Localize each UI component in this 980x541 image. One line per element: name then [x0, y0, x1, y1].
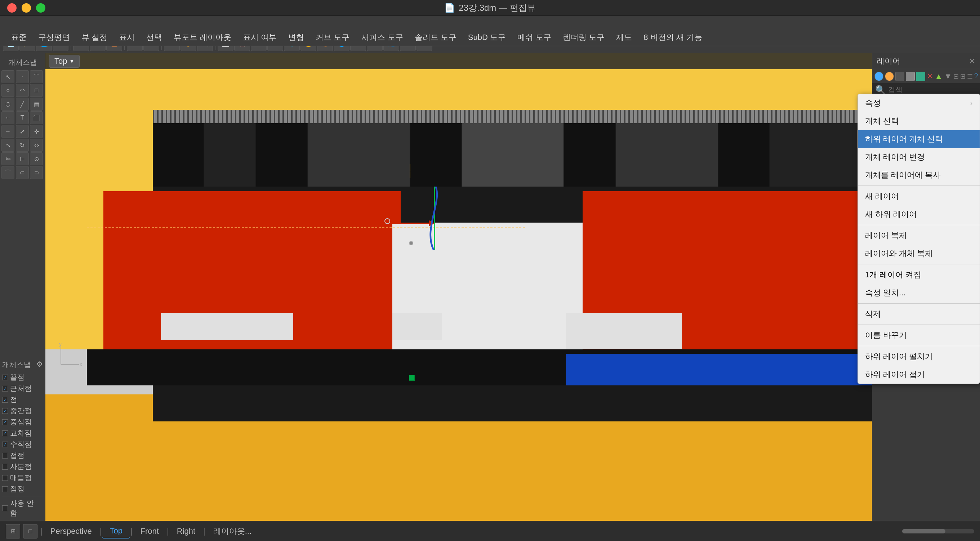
snap-item-tan[interactable]: 접점: [2, 450, 43, 461]
tool-select[interactable]: ↖: [2, 70, 14, 83]
grid-view-icon[interactable]: ⊞: [960, 72, 966, 80]
ctx-item-expand_sublayers[interactable]: 하위 레이어 펼치기: [858, 348, 980, 366]
ctx-item-match_props[interactable]: 속성 일치...: [858, 284, 980, 302]
snap-check-perp[interactable]: [2, 442, 8, 447]
snap-item-knot[interactable]: 매듭점: [2, 472, 43, 484]
tool-offset[interactable]: ⊙: [30, 152, 43, 165]
snap-check-intersect[interactable]: [2, 430, 8, 436]
tool-scale[interactable]: ⤡: [2, 138, 14, 152]
menu-item-표시-여부[interactable]: 표시 여부: [238, 30, 282, 44]
menu-item-서피스-도구[interactable]: 서피스 도구: [356, 30, 408, 44]
menu-item-렌더링-도구[interactable]: 렌더링 도구: [558, 30, 609, 44]
view-selector[interactable]: Top ▼: [49, 55, 80, 68]
menu-item-뷰-설정[interactable]: 뷰 설정: [76, 30, 112, 44]
tool-extend[interactable]: ⊢: [16, 152, 29, 165]
ctx-item-new_sublayer[interactable]: 새 하위 레이어: [858, 205, 980, 223]
snap-check-quad[interactable]: [2, 464, 8, 470]
color-square-green[interactable]: [916, 72, 925, 81]
ctx-item-delete[interactable]: 삭제: [858, 305, 980, 323]
snap-check-point[interactable]: [2, 397, 8, 403]
ctx-item-copy_layer_objects[interactable]: 레이어와 개체 복제: [858, 245, 980, 263]
tool-rotate[interactable]: ↻: [16, 138, 29, 152]
tool-arr2[interactable]: ⤢: [16, 125, 29, 138]
tool-poly[interactable]: ⬡: [2, 98, 14, 111]
list-view-icon[interactable]: ☰: [967, 72, 973, 80]
tool-move[interactable]: ✛: [30, 125, 43, 138]
tool-rect[interactable]: □: [30, 84, 43, 97]
ctx-item-copy_to_layer[interactable]: 개체를 레이어에 복사: [858, 166, 980, 184]
color-square-light[interactable]: [906, 72, 915, 81]
tool-fillet[interactable]: ⌒: [2, 166, 14, 179]
snap-check-nearpoint[interactable]: [2, 386, 8, 391]
snap-item-nearpoint[interactable]: 근처점: [2, 383, 43, 394]
menu-item-표준[interactable]: 표준: [6, 30, 32, 44]
viewport-single[interactable]: □: [23, 524, 37, 538]
menu-item-커브-도구[interactable]: 커브 도구: [310, 30, 355, 44]
snap-item-midpoint[interactable]: 중간점: [2, 405, 43, 416]
color-circle-blue[interactable]: [875, 72, 883, 81]
tool-line[interactable]: ╱: [16, 98, 29, 111]
down-icon[interactable]: ▼: [944, 72, 952, 81]
ctx-item-one_layer_on[interactable]: 1개 레이어 켜짐: [858, 266, 980, 284]
menu-item-표시[interactable]: 표시: [114, 30, 140, 44]
tool-mirror[interactable]: ⇔: [30, 138, 43, 152]
tool-arr1[interactable]: →: [2, 125, 14, 138]
snap-disable[interactable]: 사용 안 함: [2, 498, 43, 519]
ctx-item-copy_layer[interactable]: 레이어 복제: [858, 226, 980, 245]
menu-item-구성평면[interactable]: 구성평면: [33, 30, 75, 44]
search-input[interactable]: [888, 86, 979, 94]
ctx-item-rename[interactable]: 이름 바꾸기: [858, 326, 980, 344]
tool-circle[interactable]: ○: [2, 84, 14, 97]
snap-check-endpoint[interactable]: [2, 375, 8, 380]
snap-settings-icon[interactable]: ⚙: [37, 360, 43, 369]
tool-block[interactable]: ⬛: [30, 111, 43, 124]
ctx-item-collapse_sublayers[interactable]: 하위 레이어 접기: [858, 366, 980, 383]
snap-disable-check[interactable]: [2, 505, 8, 511]
filter-icon[interactable]: ⊟: [953, 72, 959, 80]
ctx-item-change_layer[interactable]: 개체 레이어 변경: [858, 148, 980, 166]
tool-dim[interactable]: ↔: [2, 111, 14, 124]
help-layer-icon[interactable]: ?: [974, 72, 978, 80]
window-controls[interactable]: [7, 3, 45, 13]
snap-item-intersect[interactable]: 교차점: [2, 428, 43, 439]
tool-join[interactable]: ⊃: [30, 166, 43, 179]
tab-front[interactable]: Front: [133, 524, 166, 538]
tool-text[interactable]: T: [16, 111, 29, 124]
minimize-button[interactable]: [22, 3, 31, 13]
tool-hatch[interactable]: ▤: [30, 98, 43, 111]
tab-right[interactable]: Right: [170, 524, 202, 538]
menu-item-선택[interactable]: 선택: [141, 30, 167, 44]
snap-item-perp[interactable]: 수직점: [2, 439, 43, 450]
menu-item-8-버전의-새-기능[interactable]: 8 버전의 새 기능: [638, 30, 707, 44]
tool-arc[interactable]: ◠: [16, 84, 29, 97]
tab-layout[interactable]: 레이아웃...: [206, 524, 259, 539]
snap-check-project[interactable]: [2, 486, 8, 492]
snap-item-point[interactable]: 점: [2, 394, 43, 405]
tool-split[interactable]: ⊂: [16, 166, 29, 179]
ctx-item-select_sublayer_objects[interactable]: 하위 레이어 개체 선택: [858, 130, 980, 148]
menu-item-변형[interactable]: 변형: [283, 30, 309, 44]
snap-item-quad[interactable]: 사분점: [2, 461, 43, 472]
tab-top[interactable]: Top: [102, 524, 129, 538]
snap-check-center[interactable]: [2, 419, 8, 425]
snap-check-knot[interactable]: [2, 475, 8, 481]
menu-item-메쉬-도구[interactable]: 메쉬 도구: [512, 30, 556, 44]
snap-item-project[interactable]: 점정: [2, 484, 43, 495]
snap-item-center[interactable]: 중심점: [2, 416, 43, 428]
menu-item-솔리드-도구[interactable]: 솔리드 도구: [410, 30, 461, 44]
ctx-item-select_objects[interactable]: 개체 선택: [858, 112, 980, 130]
close-panel-icon[interactable]: ✕: [969, 56, 976, 66]
close-button[interactable]: [7, 3, 17, 13]
viewport-grid-4[interactable]: ⊞: [6, 524, 20, 538]
ctx-item-properties[interactable]: 속성›: [858, 94, 980, 112]
color-circle-orange[interactable]: [885, 72, 894, 81]
maximize-button[interactable]: [36, 3, 45, 13]
tool-trim[interactable]: ✄: [2, 152, 14, 165]
color-square-gray[interactable]: [895, 72, 904, 81]
tool-curve[interactable]: ⌒: [30, 70, 43, 83]
tool-point[interactable]: ·: [16, 70, 29, 83]
tab-perspective[interactable]: Perspective: [43, 524, 99, 538]
check-icon[interactable]: ▲: [935, 72, 943, 81]
menu-item-SubD-도구[interactable]: SubD 도구: [463, 30, 511, 44]
close-red-icon[interactable]: ✕: [927, 72, 933, 81]
